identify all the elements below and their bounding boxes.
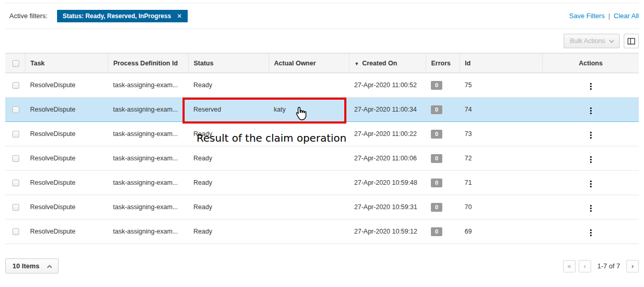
table-row[interactable]: ResolveDispute task-assigning-exam... Re…	[5, 195, 639, 220]
task-cell: ResolveDispute	[25, 122, 108, 146]
row-checkbox[interactable]	[12, 180, 19, 186]
created-on-cell: 27-Apr-2020 10:59:31	[349, 195, 426, 220]
chevron-right-icon: ›	[632, 262, 634, 270]
chevron-down-icon	[609, 38, 614, 43]
created-on-cell: 27-Apr-2020 11:00:06	[349, 146, 426, 171]
process-definition-cell: task-assigning-exam...	[108, 195, 188, 220]
errors-badge: 0	[431, 130, 442, 139]
status-cell: Reserved	[188, 98, 269, 122]
process-definition-cell: task-assigning-exam...	[108, 220, 188, 244]
table-row[interactable]: ResolveDispute task-assigning-exam... Re…	[5, 146, 639, 171]
clear-all-link[interactable]: Clear All	[614, 12, 639, 20]
process-definition-cell: task-assigning-exam...	[108, 171, 188, 195]
table-row[interactable]: ResolveDispute task-assigning-exam... Re…	[5, 220, 639, 244]
status-cell: Ready	[188, 220, 269, 244]
owner-cell	[269, 220, 349, 244]
created-on-cell: 27-Apr-2020 10:59:12	[349, 220, 426, 244]
column-header-id[interactable]: Id	[459, 53, 542, 73]
page-size-button[interactable]: 10 Items	[5, 258, 59, 274]
chip-close-icon[interactable]: ✕	[177, 13, 182, 19]
kebab-menu-button[interactable]	[587, 203, 595, 214]
table-footer: 10 Items « ‹ 1-7 of 7 ›	[5, 258, 639, 274]
created-on-cell: 27-Apr-2020 11:00:34	[349, 98, 426, 122]
column-header-task[interactable]: Task	[25, 53, 108, 73]
select-all-checkbox[interactable]	[12, 60, 19, 67]
link-divider: |	[608, 12, 610, 20]
id-cell: 74	[459, 98, 542, 122]
column-header-actions: Actions	[542, 53, 639, 73]
column-header-status[interactable]: Status	[188, 53, 269, 73]
row-checkbox[interactable]	[12, 204, 19, 211]
kebab-menu-button[interactable]	[587, 130, 595, 141]
select-all-header	[5, 53, 25, 73]
column-header-errors[interactable]: Errors	[426, 53, 459, 73]
process-definition-cell: task-assigning-exam...	[108, 73, 188, 98]
errors-badge: 0	[431, 105, 442, 114]
column-header-actual-owner[interactable]: Actual Owner	[269, 53, 349, 73]
row-checkbox[interactable]	[12, 131, 19, 138]
row-checkbox[interactable]	[12, 228, 19, 235]
task-cell: ResolveDispute	[25, 98, 108, 122]
status-cell: Ready	[188, 146, 269, 171]
process-definition-cell: task-assigning-exam...	[108, 146, 188, 171]
errors-badge: 0	[431, 179, 442, 187]
table-toolbar: Bulk Actions	[5, 29, 639, 53]
kebab-menu-button[interactable]	[587, 227, 595, 238]
id-cell: 72	[459, 146, 542, 171]
filter-chip-label: Status: Ready, Reserved, InProgress	[63, 12, 171, 20]
filter-chip: Status: Ready, Reserved, InProgress ✕	[57, 10, 188, 22]
id-cell: 75	[459, 73, 542, 98]
columns-icon	[627, 38, 635, 45]
id-cell: 69	[459, 220, 542, 244]
bulk-actions-button[interactable]: Bulk Actions	[564, 34, 620, 48]
column-header-created-on[interactable]: ▼Created On	[349, 53, 426, 73]
status-cell: Ready	[188, 195, 269, 220]
column-picker-button[interactable]	[624, 34, 639, 48]
owner-cell	[269, 195, 349, 220]
task-table: Task Process Definition Id Status Actual…	[5, 53, 639, 244]
errors-badge: 0	[431, 227, 442, 236]
column-header-process-definition-id[interactable]: Process Definition Id	[108, 53, 188, 73]
table-header-row: Task Process Definition Id Status Actual…	[5, 53, 639, 73]
errors-badge: 0	[431, 154, 442, 163]
created-on-cell: 27-Apr-2020 10:59:48	[349, 171, 426, 195]
status-cell: Ready	[188, 73, 269, 98]
errors-badge: 0	[431, 203, 442, 212]
kebab-menu-button[interactable]	[587, 105, 595, 116]
created-on-cell: 27-Apr-2020 11:00:52	[349, 73, 426, 98]
kebab-menu-button[interactable]	[587, 81, 595, 92]
task-cell: ResolveDispute	[25, 195, 108, 220]
created-on-cell: 27-Apr-2020 11:00:22	[349, 122, 426, 146]
page-size-label: 10 Items	[12, 262, 39, 270]
row-checkbox[interactable]	[12, 106, 19, 113]
active-filters-bar: Active filters: Status: Ready, Reserved,…	[5, 3, 639, 29]
owner-cell: katy	[269, 98, 349, 122]
task-cell: ResolveDispute	[25, 73, 108, 98]
kebab-menu-button[interactable]	[587, 179, 595, 189]
id-cell: 71	[459, 171, 542, 195]
bulk-actions-label: Bulk Actions	[570, 37, 605, 45]
table-row[interactable]: ResolveDispute task-assigning-exam... Re…	[5, 73, 639, 98]
task-cell: ResolveDispute	[25, 220, 108, 244]
pagination-prev-button[interactable]: ‹	[579, 260, 591, 272]
row-checkbox[interactable]	[12, 155, 19, 162]
owner-cell	[269, 73, 349, 98]
id-cell: 73	[459, 122, 542, 146]
table-row-selected[interactable]: ResolveDispute task-assigning-exam... Re…	[5, 98, 639, 122]
pagination-range: 1-7 of 7	[597, 262, 620, 270]
pagination-next-button[interactable]: ›	[626, 260, 639, 272]
sort-desc-icon: ▼	[355, 61, 359, 66]
save-filters-link[interactable]: Save Filters	[569, 12, 605, 20]
table-row[interactable]: ResolveDispute task-assigning-exam... Re…	[5, 171, 639, 195]
chevron-left-icon: ‹	[584, 262, 586, 270]
task-cell: ResolveDispute	[25, 171, 108, 195]
task-cell: ResolveDispute	[25, 146, 108, 171]
pagination: « ‹ 1-7 of 7 ›	[563, 260, 639, 272]
row-checkbox[interactable]	[12, 82, 19, 89]
owner-cell	[269, 146, 349, 171]
pagination-first-button[interactable]: «	[563, 260, 576, 272]
chevron-up-icon	[47, 265, 52, 270]
status-cell: Ready	[188, 171, 269, 195]
kebab-menu-button[interactable]	[587, 154, 595, 165]
double-chevron-left-icon: «	[567, 262, 571, 270]
